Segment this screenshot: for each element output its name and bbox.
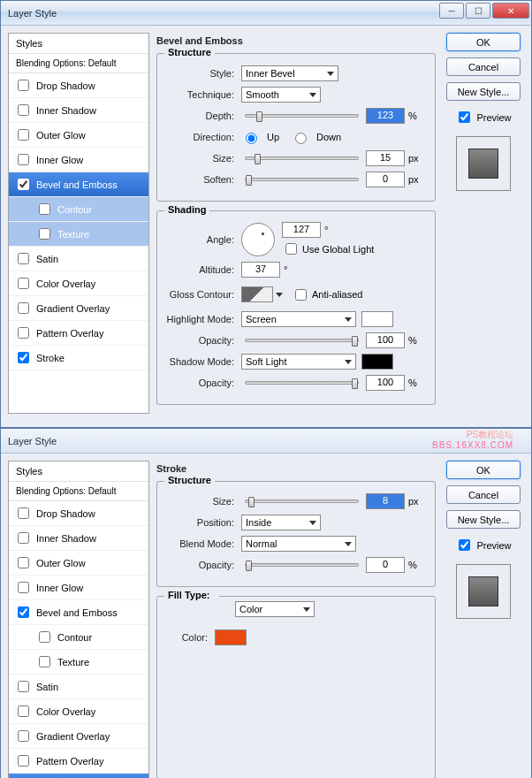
checkbox[interactable] — [39, 631, 50, 643]
style-item-drop-shadow[interactable]: Drop Shadow — [9, 501, 148, 526]
size-slider[interactable] — [245, 500, 359, 503]
depth-slider[interactable] — [245, 114, 359, 118]
checkbox[interactable] — [18, 706, 29, 717]
styles-header[interactable]: Styles — [9, 461, 148, 482]
anti-aliased-checkbox[interactable] — [295, 289, 307, 301]
checkbox[interactable] — [18, 179, 29, 190]
titlebar[interactable]: Layer Style PS教程论坛 BBS.16XX8.COM — [1, 429, 531, 454]
style-dropdown[interactable]: Inner Bevel — [241, 65, 338, 81]
size-slider[interactable] — [245, 156, 359, 160]
new-style-button[interactable]: New Style... — [446, 510, 521, 529]
style-item-texture[interactable]: Texture — [9, 222, 148, 247]
checkbox[interactable] — [18, 557, 29, 568]
gloss-contour-picker[interactable] — [241, 286, 273, 302]
titlebar[interactable]: Layer Style 火星时代 ─ ☐ ✕ — [1, 1, 531, 26]
checkbox[interactable] — [18, 80, 29, 91]
checkbox[interactable] — [39, 203, 50, 215]
style-item-inner-glow[interactable]: Inner Glow — [9, 576, 148, 600]
ok-button[interactable]: OK — [446, 33, 521, 51]
blending-options-header[interactable]: Blending Options: Default — [9, 482, 148, 501]
checkbox[interactable] — [39, 228, 50, 240]
stroke-color-swatch[interactable] — [215, 629, 247, 645]
position-dropdown[interactable]: Inside — [241, 515, 321, 530]
checkbox[interactable] — [18, 278, 29, 289]
checkbox[interactable] — [18, 730, 29, 742]
checkbox[interactable] — [18, 327, 29, 339]
style-item-satin[interactable]: Satin — [9, 247, 148, 271]
style-item-bevel-emboss[interactable]: Bevel and Emboss — [9, 172, 148, 197]
style-item-color-overlay[interactable]: Color Overlay — [9, 271, 148, 296]
close-button[interactable]: ✕ — [492, 3, 529, 19]
style-item-stroke[interactable]: Stroke — [9, 774, 148, 778]
checkbox[interactable] — [18, 154, 29, 165]
cancel-button[interactable]: Cancel — [446, 57, 521, 76]
style-item-outer-glow[interactable]: Outer Glow — [9, 123, 148, 148]
style-item-inner-shadow[interactable]: Inner Shadow — [9, 526, 148, 551]
size-input[interactable]: 8 — [366, 493, 405, 509]
checkbox[interactable] — [18, 755, 29, 767]
highlight-mode-dropdown[interactable]: Screen — [241, 311, 356, 327]
checkbox[interactable] — [18, 129, 29, 141]
checkbox[interactable] — [39, 656, 50, 667]
chevron-down-icon[interactable] — [276, 293, 283, 297]
checkbox[interactable] — [18, 606, 29, 618]
checkbox[interactable] — [18, 681, 29, 692]
blending-options-header[interactable]: Blending Options: Default — [9, 54, 148, 73]
altitude-input[interactable]: 37 — [241, 262, 280, 278]
style-item-contour[interactable]: Contour — [9, 197, 148, 222]
style-item-contour[interactable]: Contour — [9, 625, 148, 650]
shadow-opacity-input[interactable]: 100 — [366, 375, 405, 391]
style-item-stroke[interactable]: Stroke — [9, 346, 148, 370]
checkbox[interactable] — [18, 507, 29, 519]
technique-dropdown[interactable]: Smooth — [241, 87, 321, 103]
angle-dial[interactable] — [241, 223, 275, 256]
opacity-input[interactable]: 0 — [366, 557, 405, 573]
style-item-bevel-emboss[interactable]: Bevel and Emboss — [9, 600, 148, 625]
checkbox[interactable] — [18, 582, 29, 593]
minimize-button[interactable]: ─ — [439, 3, 464, 19]
style-item-color-overlay[interactable]: Color Overlay — [9, 699, 148, 724]
highlight-color-swatch[interactable] — [361, 311, 393, 327]
shadow-opacity-slider[interactable] — [245, 381, 359, 385]
global-light-checkbox[interactable]: Use Global Light — [282, 240, 374, 257]
style-item-inner-glow[interactable]: Inner Glow — [9, 148, 148, 172]
checkbox[interactable] — [18, 302, 29, 314]
direction-up-radio[interactable] — [246, 133, 257, 144]
style-item-outer-glow[interactable]: Outer Glow — [9, 551, 148, 576]
highlight-opacity-input[interactable]: 100 — [366, 332, 405, 348]
settings-panel: Stroke Structure Size:8px Position:Insid… — [156, 461, 436, 778]
styles-list: Styles Blending Options: Default Drop Sh… — [8, 33, 149, 414]
shadow-color-swatch[interactable] — [361, 354, 393, 370]
preview-checkbox[interactable]: Preview — [455, 537, 511, 553]
shadow-mode-dropdown[interactable]: Soft Light — [241, 354, 356, 370]
style-item-texture[interactable]: Texture — [9, 650, 148, 675]
chevron-down-icon — [303, 607, 310, 612]
checkbox[interactable] — [18, 352, 29, 363]
blend-mode-dropdown[interactable]: Normal — [241, 536, 356, 552]
angle-input[interactable]: 127 — [282, 222, 321, 238]
depth-input[interactable]: 123 — [366, 108, 405, 124]
checkbox[interactable] — [18, 253, 29, 264]
ok-button[interactable]: OK — [446, 461, 521, 479]
new-style-button[interactable]: New Style... — [446, 82, 521, 101]
preview-checkbox[interactable]: Preview — [455, 109, 511, 126]
style-item-pattern-overlay[interactable]: Pattern Overlay — [9, 749, 148, 774]
style-item-gradient-overlay[interactable]: Gradient Overlay — [9, 296, 148, 321]
style-item-pattern-overlay[interactable]: Pattern Overlay — [9, 321, 148, 346]
size-input[interactable]: 15 — [366, 150, 405, 166]
checkbox[interactable] — [18, 532, 29, 544]
checkbox[interactable] — [18, 104, 29, 116]
highlight-opacity-slider[interactable] — [245, 339, 359, 342]
style-item-inner-shadow[interactable]: Inner Shadow — [9, 98, 148, 123]
soften-input[interactable]: 0 — [366, 172, 405, 187]
style-item-satin[interactable]: Satin — [9, 675, 148, 699]
maximize-button[interactable]: ☐ — [466, 3, 490, 19]
style-item-drop-shadow[interactable]: Drop Shadow — [9, 73, 148, 98]
cancel-button[interactable]: Cancel — [446, 485, 521, 504]
opacity-slider[interactable] — [245, 563, 359, 567]
soften-slider[interactable] — [245, 178, 359, 181]
direction-down-radio[interactable] — [295, 133, 307, 144]
style-item-gradient-overlay[interactable]: Gradient Overlay — [9, 724, 148, 749]
styles-header[interactable]: Styles — [9, 34, 148, 54]
fill-type-dropdown[interactable]: Color — [235, 601, 315, 617]
